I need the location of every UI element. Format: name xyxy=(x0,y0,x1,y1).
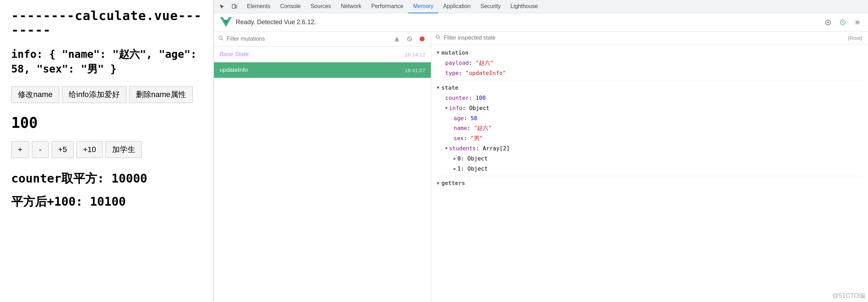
getters-section-header[interactable]: ▼ getters xyxy=(437,178,862,188)
tab-lighthouse[interactable]: Lighthouse xyxy=(505,0,543,13)
info-object-content: age : 58 name : "赵六" sex : xyxy=(445,114,862,144)
add-student-button[interactable]: 加学生 xyxy=(105,141,142,158)
mutation-section-header[interactable]: ▼ mutation xyxy=(437,48,862,57)
base-state-label: Base State xyxy=(220,51,249,58)
state-section-header[interactable]: ▼ state xyxy=(437,83,862,92)
info-expand-arrow[interactable]: ▼ xyxy=(445,105,448,112)
mutation-payload-row: payload : "赵六" xyxy=(445,58,862,68)
svg-point-11 xyxy=(219,36,222,39)
counter-row: counter : 100 xyxy=(445,93,862,103)
svg-point-10 xyxy=(857,21,859,23)
tab-sources[interactable]: Sources xyxy=(305,0,336,13)
vue-inspect-icon[interactable] xyxy=(823,18,833,27)
left-panel: --------calculate.vue-------- info: { "n… xyxy=(0,0,214,302)
search-icon xyxy=(218,35,224,42)
ban-icon[interactable] xyxy=(405,34,414,43)
divider2 xyxy=(437,176,862,176)
add-hobby-button[interactable]: 给info添加爱好 xyxy=(62,86,126,103)
watermark: @51CTO编 xyxy=(832,291,865,300)
svg-line-17 xyxy=(439,38,440,39)
info-button-row: 修改name 给info添加爱好 删除name属性 xyxy=(11,86,202,103)
update-info-label: updateInfo xyxy=(220,67,248,74)
svg-point-16 xyxy=(436,35,439,38)
name-value: "赵六" xyxy=(474,123,492,133)
tab-security[interactable]: Security xyxy=(475,0,505,13)
mutations-search-bar xyxy=(214,32,431,47)
download-icon[interactable] xyxy=(392,34,401,43)
counter-value: 100 xyxy=(476,93,486,103)
tab-application[interactable]: Application xyxy=(438,0,475,13)
sex-key: sex xyxy=(454,133,464,144)
cursor-icon[interactable] xyxy=(217,2,227,12)
vue-history-icon[interactable] xyxy=(838,18,848,27)
root-label: (Root) xyxy=(848,35,864,41)
students-expand-arrow[interactable]: ▼ xyxy=(445,145,448,152)
payload-value: "赵六" xyxy=(476,58,494,68)
devtools-tab-bar: Elements Console Sources Network Perform… xyxy=(214,0,868,13)
increment-button[interactable]: + xyxy=(11,141,29,158)
info-key: info xyxy=(449,103,463,114)
mutation-item-update-info[interactable]: updateInfo 16:41:07 xyxy=(214,62,431,78)
modify-name-button[interactable]: 修改name xyxy=(11,86,59,103)
devtools-icon-group xyxy=(217,2,239,12)
filter-state-input[interactable] xyxy=(444,35,845,41)
student0-expand-arrow: ▶ xyxy=(454,155,456,162)
age-value: 58 xyxy=(470,114,477,124)
increment10-button[interactable]: +10 xyxy=(76,141,103,158)
name-key: name xyxy=(454,123,467,133)
student0-row[interactable]: ▶ 0: Object xyxy=(454,154,862,164)
mutation-section: ▼ mutation payload : "赵六" type : "update… xyxy=(437,48,862,78)
sex-row: sex : "男" xyxy=(454,133,862,144)
decrement-button[interactable]: - xyxy=(32,141,49,158)
student1-label: 1: Object xyxy=(457,164,488,174)
filter-mutations-input[interactable] xyxy=(227,36,390,42)
tab-network[interactable]: Network xyxy=(336,0,366,13)
vue-settings-icon[interactable] xyxy=(853,18,862,27)
tab-console[interactable]: Console xyxy=(275,0,306,13)
students-array-content: ▶ 0: Object ▶ 1: Object xyxy=(445,154,862,174)
mutations-list: Base State 16:14:12 updateInfo 16:41:07 xyxy=(214,47,431,302)
divider1 xyxy=(437,81,862,81)
student1-row[interactable]: ▶ 1: Object xyxy=(454,164,862,174)
counter-button-row: + - +5 +10 加学生 xyxy=(11,141,202,158)
getters-section-label: getters xyxy=(441,178,465,188)
state-search-icon xyxy=(435,34,441,41)
record-dot[interactable] xyxy=(418,34,427,43)
computed-square-plus100: 平方后+100: 10100 xyxy=(11,194,202,210)
svg-rect-0 xyxy=(232,4,235,8)
svg-rect-1 xyxy=(235,5,237,8)
mutations-panel: Base State 16:14:12 updateInfo 16:41:07 xyxy=(214,32,431,302)
vue-devtools-bar: Ready. Detected Vue 2.6.12. xyxy=(214,13,868,32)
delete-name-button[interactable]: 删除name属性 xyxy=(129,86,193,103)
students-row[interactable]: ▼ students : Array[2] xyxy=(445,144,862,154)
students-key: students xyxy=(449,144,476,154)
mutation-expand-arrow: ▼ xyxy=(437,49,439,56)
state-section-content: counter : 100 ▼ info : Object xyxy=(437,93,862,174)
state-section: ▼ state counter : 100 ▼ info xyxy=(437,83,862,174)
tab-elements[interactable]: Elements xyxy=(242,0,275,13)
state-section-label: state xyxy=(441,83,458,92)
tab-memory[interactable]: Memory xyxy=(408,0,438,13)
student1-expand-arrow: ▶ xyxy=(454,165,456,172)
name-row: name : "赵六" xyxy=(454,123,862,133)
getters-section: ▼ getters xyxy=(437,178,862,188)
mutation-item-base[interactable]: Base State 16:14:12 xyxy=(214,47,431,62)
sex-value: "男" xyxy=(470,133,483,144)
state-expand-arrow: ▼ xyxy=(437,84,439,91)
device-icon[interactable] xyxy=(229,2,239,12)
vue-status-text: Ready. Detected Vue 2.6.12. xyxy=(236,19,820,26)
tab-performance[interactable]: Performance xyxy=(366,0,408,13)
age-row: age : 58 xyxy=(454,114,862,124)
increment5-button[interactable]: +5 xyxy=(51,141,74,158)
state-tree: ▼ mutation payload : "赵六" type : "update… xyxy=(431,44,868,302)
age-key: age xyxy=(454,114,464,124)
payload-key: payload xyxy=(445,58,469,68)
type-value: "updateInfo" xyxy=(466,68,506,78)
base-state-time: 16:14:12 xyxy=(405,52,425,57)
getters-expand-arrow: ▼ xyxy=(437,180,439,187)
counter-key: counter xyxy=(445,93,469,103)
vue-logo-icon xyxy=(220,16,232,29)
update-info-time: 16:41:07 xyxy=(405,67,425,73)
info-row[interactable]: ▼ info : Object xyxy=(445,103,862,114)
devtools-content: Base State 16:14:12 updateInfo 16:41:07 xyxy=(214,32,868,302)
